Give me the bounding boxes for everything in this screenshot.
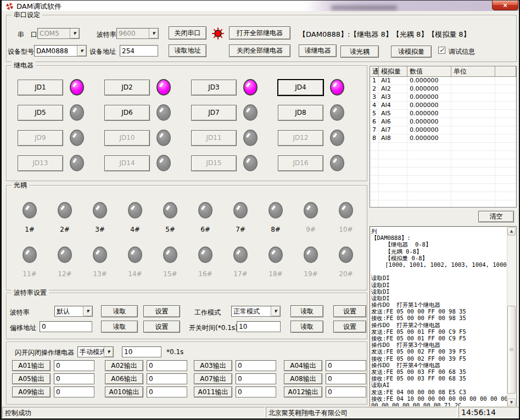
- relay-button-JD2[interactable]: JD2: [104, 80, 150, 96]
- output-input-A07输出[interactable]: [236, 373, 276, 384]
- opto-led-17#: [233, 247, 248, 263]
- work-mode-combo[interactable]: 正常模式 ▼: [231, 306, 281, 317]
- relay-button-JD6[interactable]: JD6: [104, 105, 150, 121]
- flash-time-input[interactable]: [122, 346, 161, 357]
- debug-info-checkbox[interactable]: ✓: [438, 47, 445, 54]
- relay-button-JD1[interactable]: JD1: [18, 80, 63, 96]
- work-mode-read-button[interactable]: 读取: [290, 305, 323, 317]
- output-button-A012输出[interactable]: A012输出: [284, 387, 322, 397]
- output-button-A02输出[interactable]: A02输出: [105, 360, 143, 371]
- log-text[interactable]: 列【DAM0888】: 【继电器 0-8】 【光耦 0-8】 【模拟量 0-8】…: [371, 228, 507, 406]
- table-row[interactable]: [370, 176, 516, 184]
- table-header[interactable]: 通: [370, 66, 379, 77]
- offset-set-button[interactable]: 设置: [143, 321, 180, 333]
- switch-time-set-button[interactable]: 设置: [333, 321, 366, 333]
- table-row[interactable]: 8AI80.000000: [370, 135, 516, 143]
- output-input-A05输出[interactable]: [54, 373, 94, 384]
- relay-button-JD4[interactable]: JD4: [278, 80, 323, 96]
- output-input-A011输出[interactable]: [236, 387, 276, 397]
- work-mode-label: 工作模式: [194, 308, 221, 317]
- output-button-A01输出[interactable]: A01输出: [12, 360, 51, 371]
- output-input-A04输出[interactable]: [326, 360, 366, 371]
- switch-time-read-button[interactable]: 读取: [290, 321, 323, 333]
- log-box[interactable]: 列【DAM0888】: 【继电器 0-8】 【光耦 0-8】 【模拟量 0-8】…: [370, 226, 517, 408]
- chevron-down-icon: ▼: [70, 29, 79, 38]
- close-all-relays-button[interactable]: 关闭全部继电器: [229, 44, 290, 57]
- output-input-A09输出[interactable]: [54, 387, 94, 397]
- output-input-A08输出[interactable]: [326, 373, 366, 384]
- output-input-A01输出[interactable]: [54, 360, 94, 371]
- offset-address-input[interactable]: [40, 321, 92, 332]
- read-analog-button[interactable]: 读模拟量: [391, 46, 432, 58]
- table-header[interactable]: 单位: [451, 66, 495, 77]
- output-input-A02输出[interactable]: [147, 360, 187, 371]
- opto-label: 3#: [95, 226, 105, 233]
- relay-button-JD7[interactable]: JD7: [191, 105, 237, 121]
- relay-button-JD8[interactable]: JD8: [278, 105, 323, 121]
- table-row[interactable]: 6AI60.000000: [370, 118, 516, 126]
- output-input-A03输出[interactable]: [236, 360, 276, 371]
- table-row[interactable]: 7AI70.000000: [370, 126, 516, 135]
- scrollbar-down-icon[interactable]: ▼: [507, 399, 516, 407]
- read-address-button[interactable]: 读取地址: [169, 44, 206, 57]
- output-button-A09输出[interactable]: A09输出: [12, 387, 51, 397]
- work-mode-set-button[interactable]: 设置: [333, 305, 366, 317]
- scrollbar-thumb[interactable]: [507, 306, 516, 394]
- table-row[interactable]: 1AI10.000000: [370, 77, 516, 85]
- table-cell: [495, 167, 516, 175]
- baudrate-combo[interactable]: 9600 ▼: [116, 28, 159, 39]
- output-button-A08输出[interactable]: A08输出: [284, 373, 322, 384]
- table-row[interactable]: [370, 200, 516, 208]
- baud-settings-group: 波特率设置 波特率 默认 ▼ 读取 设置 工作模式 正常模式 ▼ 读取 设置 偏…: [6, 293, 367, 339]
- open-all-relays-button[interactable]: 打开全部继电器: [229, 26, 290, 40]
- table-row[interactable]: [370, 184, 516, 192]
- table-row[interactable]: [370, 151, 516, 159]
- clear-log-button[interactable]: 清空: [478, 211, 514, 222]
- output-button-A03输出[interactable]: A03输出: [194, 360, 232, 371]
- offset-read-button[interactable]: 读取: [101, 321, 138, 333]
- relay-button-JD5[interactable]: JD5: [18, 105, 63, 121]
- table-header[interactable]: 数值: [407, 66, 451, 77]
- output-button-A010输出[interactable]: A010输出: [105, 387, 143, 397]
- table-row[interactable]: [370, 167, 516, 176]
- scrollbar-up-icon[interactable]: ▲: [507, 227, 516, 236]
- port-combo[interactable]: COM5 ▼: [37, 28, 80, 39]
- table-row[interactable]: [370, 192, 516, 200]
- switch-time-input[interactable]: [237, 321, 281, 332]
- table-row[interactable]: 5AI50.000000: [370, 110, 516, 118]
- opto-channel-17#: 17#: [223, 243, 258, 278]
- close-port-button[interactable]: 关闭串口: [169, 26, 206, 40]
- device-model-combo[interactable]: DAM0888 ▼: [34, 45, 87, 57]
- baud-read-button[interactable]: 读取: [101, 305, 138, 317]
- read-relay-button[interactable]: 读继电器: [299, 44, 337, 57]
- table-row[interactable]: 2AI20.000000: [370, 85, 516, 93]
- table-cell: AI5: [379, 110, 407, 117]
- device-address-input[interactable]: [120, 45, 158, 57]
- table-header[interactable]: [495, 66, 516, 77]
- table-row[interactable]: 3AI30.000000: [370, 93, 516, 102]
- baud-combo[interactable]: 默认 ▼: [54, 306, 93, 317]
- output-button-A06输出[interactable]: A06输出: [105, 373, 143, 384]
- output-button-A05输出[interactable]: A05输出: [12, 373, 51, 384]
- output-button-A011输出[interactable]: A011输出: [194, 387, 232, 397]
- table-row[interactable]: [370, 143, 516, 151]
- output-input-A010输出[interactable]: [147, 387, 187, 397]
- table-row[interactable]: [370, 159, 516, 167]
- table-cell: [370, 184, 379, 192]
- output-button-A04输出[interactable]: A04输出: [284, 360, 322, 371]
- output-button-A07输出[interactable]: A07输出: [194, 373, 232, 384]
- table-header[interactable]: 模拟量: [379, 66, 407, 77]
- relay-button-JD3[interactable]: JD3: [191, 80, 237, 96]
- opto-led-5#: [163, 202, 177, 219]
- output-input-A012输出[interactable]: [326, 387, 366, 397]
- baud-set-button[interactable]: 设置: [143, 305, 180, 317]
- log-scrollbar[interactable]: ▲ ▼: [507, 227, 516, 407]
- close-button[interactable]: ×: [492, 1, 518, 10]
- table-cell: AI7: [379, 126, 407, 134]
- flash-mode-combo[interactable]: 手动模式 ▼: [77, 346, 114, 357]
- read-opto-button[interactable]: 读光耦: [340, 46, 379, 58]
- output-input-A06输出[interactable]: [147, 373, 187, 384]
- opto-group: 光耦 1#2#3#4#5#6#7#8#9#10#11#12#13#14#15#1…: [6, 185, 367, 290]
- table-row[interactable]: 4AI40.000000: [370, 102, 516, 110]
- table-cell: 0.000000: [407, 77, 451, 85]
